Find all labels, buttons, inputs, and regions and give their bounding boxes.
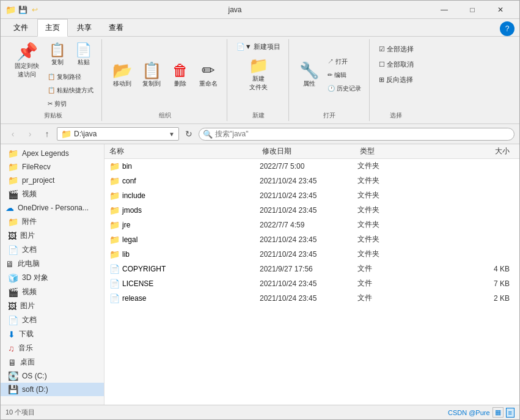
file-row[interactable]: 📁 lib 2021/10/24 23:45 文件夹 [104, 247, 519, 262]
sidebar-item-label: 此电脑 [18, 259, 40, 269]
move-to-button[interactable]: 📂 移动到 [108, 57, 136, 94]
history-button[interactable]: 🕐 历史记录 [324, 83, 364, 95]
view-icon-details[interactable]: ≡ [506, 408, 515, 418]
address-dropdown-arrow[interactable]: ▼ [169, 131, 175, 138]
col-header-size[interactable]: 大小 [421, 146, 515, 157]
paste-shortcut-button[interactable]: 📋 粘贴快捷方式 [45, 84, 97, 97]
sidebar-item-video1[interactable]: 🎬 视频 [1, 187, 104, 201]
file-date-cell: 2022/7/7 5:00 [260, 162, 357, 171]
rename-button[interactable]: ✏ 重命名 [195, 57, 222, 94]
sidebar-item-drive-d[interactable]: 💾 soft (D:) [1, 383, 104, 396]
sidebar-item-pr[interactable]: 📁 pr_project [1, 174, 104, 187]
file-row[interactable]: 📄 release 2021/10/24 23:45 文件 2 KB [104, 291, 519, 306]
music-icon: ♫ [8, 344, 15, 353]
file-type-cell: 文件夹 [357, 249, 419, 259]
maximize-button[interactable]: □ [458, 1, 486, 19]
file-row[interactable]: 📁 include 2021/10/24 23:45 文件夹 [104, 188, 519, 203]
address-input-wrap[interactable]: 📁 D:\java ▼ [57, 127, 179, 141]
tab-share[interactable]: 共享 [69, 19, 100, 36]
copy-button[interactable]: 📋 复制 [45, 40, 70, 70]
file-row[interactable]: 📄 LICENSE 2021/10/24 23:45 文件 7 KB [104, 276, 519, 291]
sidebar-item-filerecv[interactable]: 📁 FileRecv [1, 160, 104, 174]
file-row[interactable]: 📁 legal 2021/10/24 23:45 文件夹 [104, 232, 519, 247]
sidebar-item-label: 文档 [22, 315, 37, 325]
file-row[interactable]: 📄 COPYRIGHT 2021/9/27 17:56 文件 4 KB [104, 262, 519, 276]
deselect-all-button[interactable]: ☐ 全部取消 [376, 58, 417, 71]
sidebar-item-computer[interactable]: 🖥 此电脑 [1, 257, 104, 271]
file-name: conf [122, 177, 136, 185]
paste-button[interactable]: 📄 粘贴 [71, 40, 96, 70]
sidebar-item-3d[interactable]: 🧊 3D 对象 [1, 271, 104, 285]
address-bar: ‹ › ↑ 📁 D:\java ▼ ↻ 🔍 [1, 124, 519, 144]
file-type-cell: 文件夹 [357, 161, 419, 171]
tab-file[interactable]: 文件 [5, 19, 36, 36]
help-button[interactable]: ? [500, 21, 515, 36]
select-buttons: ☑ 全部选择 ☐ 全部取消 ⊞ 反向选择 [376, 40, 417, 110]
3d-icon: 🧊 [8, 273, 18, 283]
minimize-button[interactable]: — [430, 1, 458, 19]
sidebar-item-label: 音乐 [18, 343, 33, 353]
sidebar-item-pictures1[interactable]: 🖼 图片 [1, 229, 104, 243]
drive-colored-icon: 💾 [8, 385, 18, 394]
sidebar-item-apex[interactable]: 📁 Apex Legends [1, 147, 104, 160]
close-button[interactable]: ✕ [486, 1, 515, 19]
sidebar-item-desktop[interactable]: 🖥 桌面 [1, 355, 104, 369]
sidebar-item-docs2[interactable]: 📄 文档 [1, 313, 104, 327]
folder-icon: 📁 [8, 149, 18, 158]
titlebar-folder-icon: 📁 [5, 5, 15, 15]
forward-button[interactable]: › [23, 127, 37, 141]
file-name: release [122, 294, 146, 303]
desktop-icon: 🖥 [8, 358, 16, 367]
col-header-date[interactable]: 修改日期 [262, 146, 360, 157]
cut-button[interactable]: ✂ 剪切 [45, 98, 97, 110]
select-all-button[interactable]: ☑ 全部选择 [376, 43, 417, 56]
sidebar-item-attachment[interactable]: 📁 附件 [1, 215, 104, 229]
sidebar-item-drive-c[interactable]: 💽 OS (C:) [1, 369, 104, 383]
file-row[interactable]: 📁 jmods 2021/10/24 23:45 文件夹 [104, 203, 519, 218]
sidebar-item-downloads[interactable]: ⬇ 下载 [1, 327, 104, 341]
file-date-cell: 2021/10/24 23:45 [260, 177, 357, 185]
sidebar: 📁 Apex Legends 📁 FileRecv 📁 pr_project 🎬… [1, 144, 104, 405]
pin-to-quick-access-button[interactable]: 📌 固定到快 速访问 [10, 40, 43, 82]
view-icon-list[interactable]: ▦ [493, 407, 504, 418]
file-name: legal [122, 235, 137, 244]
open-button[interactable]: ↗ 打开 [324, 56, 364, 68]
file-name-cell: 📁 bin [109, 161, 260, 171]
delete-button[interactable]: 🗑 删除 [167, 57, 194, 94]
sidebar-item-music[interactable]: ♫ 音乐 [1, 341, 104, 355]
file-row[interactable]: 📁 bin 2022/7/7 5:00 文件夹 [104, 159, 519, 174]
folder-icon: 📁 [109, 205, 120, 215]
folder-icon: 📁 [109, 249, 120, 259]
sidebar-item-label: 3D 对象 [22, 273, 48, 283]
up-button[interactable]: ↑ [40, 127, 54, 141]
new-item-button[interactable]: 📄▼ 新建项目 [233, 40, 284, 53]
titlebar-undo-icon: ↩ [30, 5, 40, 15]
col-header-name[interactable]: 名称 [109, 146, 262, 157]
edit-button[interactable]: ✏ 编辑 [324, 69, 364, 81]
organize-buttons: 📂 移动到 📋 复制到 🗑 删除 ✏ 重命名 [108, 40, 222, 110]
ribbon: 文件 主页 共享 查看 ? 📌 固定到快 速访问 📋 [1, 19, 519, 124]
sidebar-item-onedrive[interactable]: ☁ OneDrive - Persona... [1, 201, 104, 215]
search-input[interactable] [215, 130, 510, 138]
sidebar-item-label: pr_project [22, 176, 54, 185]
copy-to-button[interactable]: 📋 复制到 [137, 57, 166, 94]
tab-home[interactable]: 主页 [37, 19, 68, 37]
copy-path-button[interactable]: 📋 复制路径 [45, 71, 97, 83]
tab-view[interactable]: 查看 [101, 19, 131, 36]
new-folder-button[interactable]: 📁 新建 文件夹 [244, 54, 273, 95]
file-row[interactable]: 📁 jre 2022/7/7 4:59 文件夹 [104, 218, 519, 232]
invert-selection-button[interactable]: ⊞ 反向选择 [376, 73, 416, 86]
file-name-cell: 📁 legal [109, 235, 260, 245]
watermark: CSDN @Pure [448, 409, 490, 416]
sidebar-item-docs1[interactable]: 📄 文档 [1, 243, 104, 257]
search-wrap[interactable]: 🔍 [199, 128, 515, 141]
sidebar-item-pictures2[interactable]: 🖼 图片 [1, 299, 104, 313]
clipboard-buttons: 📌 固定到快 速访问 📋 复制 📄 粘贴 [10, 40, 97, 110]
refresh-button[interactable]: ↻ [181, 127, 196, 141]
computer-icon: 🖥 [5, 259, 14, 269]
file-row[interactable]: 📁 conf 2021/10/24 23:45 文件夹 [104, 174, 519, 188]
back-button[interactable]: ‹ [5, 127, 20, 141]
sidebar-item-video2[interactable]: 🎬 视频 [1, 285, 104, 299]
properties-button[interactable]: 🔧 属性 [295, 57, 323, 94]
col-header-type[interactable]: 类型 [360, 146, 421, 157]
